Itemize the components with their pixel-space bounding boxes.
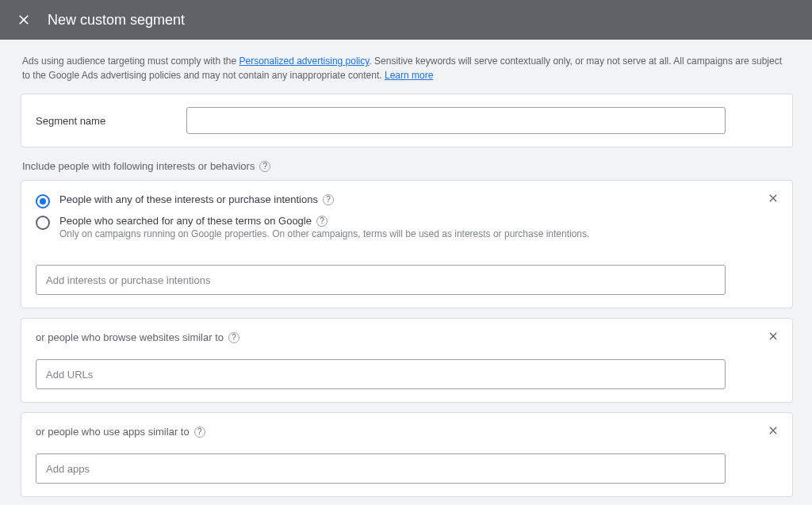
radio2-text: People who searched for any of these ter… <box>59 215 312 227</box>
segment-name-input[interactable] <box>186 107 726 134</box>
policy-text: Ads using audience targeting must comply… <box>3 40 810 94</box>
header-bar: New custom segment <box>0 0 812 40</box>
interests-close-button[interactable] <box>765 190 781 206</box>
radio-interests[interactable] <box>36 194 50 209</box>
close-icon <box>767 192 779 205</box>
apps-heading: or people who use apps similar to ? <box>36 426 778 438</box>
radio-row-search[interactable]: People who searched for any of these ter… <box>36 215 778 239</box>
segment-name-label: Segment name <box>36 115 186 127</box>
websites-close-button[interactable] <box>765 328 781 344</box>
interests-input[interactable] <box>36 265 726 295</box>
websites-card: or people who browse websites similar to… <box>21 318 793 403</box>
policy-link-learnmore[interactable]: Learn more <box>385 70 433 81</box>
interests-card: People with any of these interests or pu… <box>21 180 793 308</box>
content-area: Ads using audience targeting must comply… <box>0 40 812 497</box>
segment-name-card: Segment name <box>21 94 793 147</box>
help-icon[interactable]: ? <box>259 161 270 172</box>
apps-input[interactable] <box>36 453 726 484</box>
apps-close-button[interactable] <box>765 423 781 438</box>
close-button[interactable] <box>14 10 33 29</box>
radio-search[interactable] <box>36 216 50 230</box>
policy-prefix: Ads using audience targeting must comply… <box>22 55 239 67</box>
websites-heading: or people who browse websites similar to… <box>36 331 778 343</box>
include-section-label: Include people with following interests … <box>22 160 793 172</box>
close-icon <box>767 424 779 437</box>
close-icon <box>767 330 779 342</box>
include-label-text: Include people with following interests … <box>22 160 255 172</box>
help-icon[interactable]: ? <box>323 194 334 205</box>
radio-interests-label: People with any of these interests or pu… <box>59 193 334 205</box>
websites-input[interactable] <box>36 359 726 389</box>
radio-group: People with any of these interests or pu… <box>36 193 778 239</box>
radio-row-interests[interactable]: People with any of these interests or pu… <box>36 193 778 209</box>
page-title: New custom segment <box>48 12 185 29</box>
apps-heading-text: or people who use apps similar to <box>36 426 190 438</box>
help-icon[interactable]: ? <box>316 216 327 227</box>
websites-heading-text: or people who browse websites similar to <box>36 331 224 343</box>
policy-link-personalized[interactable]: Personalized advertising policy <box>239 55 369 67</box>
close-icon <box>16 12 32 28</box>
apps-card: or people who use apps similar to ? <box>21 412 793 497</box>
help-icon[interactable]: ? <box>194 427 205 438</box>
radio-search-subtext: Only on campaigns running on Google prop… <box>59 228 589 239</box>
help-icon[interactable]: ? <box>228 332 239 343</box>
radio-search-label: People who searched for any of these ter… <box>59 215 589 227</box>
radio1-text: People with any of these interests or pu… <box>59 193 318 205</box>
